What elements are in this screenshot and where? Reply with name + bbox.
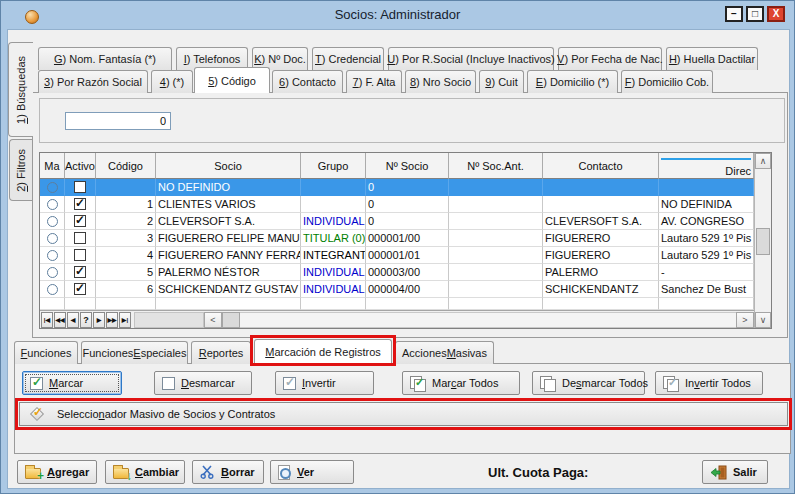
scroll-right-icon[interactable]: > — [736, 312, 754, 328]
grid-row[interactable]: 3 FIGUERERO FELIPE MANUE TITULAR (0) 000… — [40, 230, 754, 247]
cell-socio: CLIENTES VARIOS — [156, 196, 301, 213]
tab-cuit[interactable]: 9) Cuit — [479, 70, 524, 93]
nav-prev-button[interactable]: ◀ — [67, 312, 79, 328]
grid-row[interactable]: 4 FIGUERERO FANNY FERRA INTEGRANT 000001… — [40, 247, 754, 264]
cell-direccion: NO DEFINIDA — [659, 196, 754, 213]
cell-nro-socio: 0 — [366, 179, 449, 196]
tab-funciones[interactable]: Funciones — [14, 341, 78, 364]
scroll-left-icon[interactable]: < — [204, 312, 222, 328]
nav-next-page-button[interactable]: ▶▶ — [106, 312, 118, 328]
cell-socio: FIGUERERO FELIPE MANUE — [156, 230, 301, 247]
nav-locate-button[interactable]: ? — [80, 312, 92, 328]
tab-marcacion-registros[interactable]: Marcación de Registros — [254, 339, 392, 364]
record-radio[interactable] — [47, 250, 58, 261]
borrar-label: Borrar — [221, 466, 255, 478]
tab-domicilio[interactable]: E) Domicilio (*) — [527, 70, 618, 93]
tab-4-asterisco[interactable]: 4) (*) — [151, 70, 193, 93]
nav-first-button[interactable]: |◀ — [41, 312, 53, 328]
cambiar-button[interactable]: ↓ Cambiar — [105, 460, 185, 484]
cell-codigo: 4 — [96, 247, 156, 264]
grid-row[interactable]: 6 SCHICKENDANTZ GUSTAV INDIVIDUAL 000004… — [40, 281, 754, 298]
header-grupo[interactable]: Grupo — [301, 153, 366, 179]
cell-activo — [65, 247, 96, 264]
tab-fecha-nac[interactable]: V) Por Fecha de Nac. — [558, 47, 662, 70]
salir-button[interactable]: Salir — [702, 460, 768, 484]
invertir-button[interactable]: Invertir — [275, 371, 374, 395]
grid-row[interactable]: 5 PALERMO NÉSTOR INDIVIDUAL 000003/00 PA… — [40, 264, 754, 281]
title-bar: Socios: Administrador − □ X — [1, 1, 794, 29]
tab-reportes[interactable]: Reportes — [191, 341, 251, 364]
record-radio[interactable] — [47, 284, 58, 295]
header-direccion[interactable]: Direc — [659, 153, 754, 179]
maximize-button[interactable]: □ — [746, 6, 764, 22]
marcar-button[interactable]: Marcar — [22, 371, 122, 395]
tab-rsocial-inactivos[interactable]: U) Por R.Social (Incluye Inactivos) — [388, 47, 554, 70]
tab-f-alta[interactable]: 7) F. Alta — [346, 70, 402, 93]
cell-direccion: Lautaro 529 1º Pis — [659, 230, 754, 247]
codigo-search-input[interactable] — [65, 112, 171, 130]
activo-checkbox[interactable] — [74, 266, 86, 278]
tab-huella-dactilar[interactable]: H) Huella Dactilar — [666, 47, 758, 70]
cell-grupo — [301, 179, 366, 196]
tab-filtros[interactable]: 2) Filtros — [9, 139, 32, 201]
tab-nro-socio[interactable]: 8) Nro Socio — [405, 70, 476, 93]
nav-prev-page-button[interactable]: ◀◀ — [54, 312, 66, 328]
cell-direccion: Lautaro 529 1º Pis — [659, 247, 754, 264]
tab-busquedas[interactable]: 1) Búsquedas — [8, 42, 33, 137]
close-button[interactable]: X — [767, 6, 785, 22]
header-codigo[interactable]: Código — [96, 153, 156, 179]
grid-vertical-scrollbar[interactable]: ∧ ∨ — [754, 153, 771, 328]
activo-checkbox[interactable] — [74, 215, 86, 227]
record-radio[interactable] — [47, 199, 58, 210]
invertir-todos-button[interactable]: Invertir Todos — [655, 371, 763, 395]
grid-row[interactable]: 2 CLEVERSOFT S.A. INDIVIDUAL 0 CLEVERSOF… — [40, 213, 754, 230]
tab-codigo[interactable]: 5) Código — [194, 67, 270, 93]
record-radio[interactable] — [47, 267, 58, 278]
marcar-todos-button[interactable]: Marcar Todos — [402, 371, 520, 395]
header-nro-soc-ant[interactable]: Nº Soc.Ant. — [449, 153, 543, 179]
activo-checkbox[interactable] — [74, 283, 86, 295]
borrar-button[interactable]: Borrar — [192, 460, 264, 484]
record-radio[interactable] — [47, 182, 58, 193]
scroll-up-icon[interactable]: ∧ — [755, 153, 771, 169]
tab-credencial[interactable]: T) Credencial — [312, 47, 384, 70]
seleccionador-masivo-button[interactable]: ✓ Seleccionador Masivo de Socios y Contr… — [19, 402, 788, 426]
activo-checkbox[interactable] — [74, 198, 86, 210]
activo-checkbox[interactable] — [74, 181, 86, 193]
horizontal-scroll-thumb[interactable] — [222, 312, 240, 328]
tab-busquedas-label: 1) Búsquedas — [15, 56, 27, 124]
tab-funciones-especiales[interactable]: Funciones Especiales — [81, 341, 188, 364]
minimize-button[interactable]: − — [725, 6, 743, 22]
tab-razon-social[interactable]: 3) Por Razón Social — [38, 70, 148, 93]
socios-grid: Ma Activo Código Socio Grupo Nº Socio Nº… — [39, 152, 772, 329]
header-marca[interactable]: Ma — [40, 153, 65, 179]
vertical-scroll-thumb[interactable] — [756, 228, 770, 255]
desmarcar-button[interactable]: Desmarcar — [154, 371, 252, 395]
nav-last-button[interactable]: ▶| — [119, 312, 131, 328]
activo-checkbox[interactable] — [74, 232, 86, 244]
header-nro-socio[interactable]: Nº Socio — [366, 153, 449, 179]
agregar-button[interactable]: + Agregar — [17, 460, 97, 484]
record-radio[interactable] — [47, 216, 58, 227]
header-socio[interactable]: Socio — [156, 153, 301, 179]
horizontal-scroll-track[interactable] — [240, 312, 736, 328]
record-radio[interactable] — [47, 233, 58, 244]
nav-next-button[interactable]: ▶ — [93, 312, 105, 328]
cell-marca — [40, 264, 65, 281]
grid-row[interactable]: NO DEFINIDO 0 — [40, 179, 754, 196]
tab-domicilio-cob[interactable]: F) Domicilio Cob. — [621, 70, 713, 93]
grid-row[interactable]: 1 CLIENTES VARIOS 0 NO DEFINIDA — [40, 196, 754, 213]
header-contacto[interactable]: Contacto — [543, 153, 659, 179]
cell-nro-soc-ant — [449, 196, 543, 213]
cell-socio: FIGUERERO FANNY FERRA — [156, 247, 301, 264]
header-activo[interactable]: Activo — [65, 153, 96, 179]
tab-contacto[interactable]: 6) Contacto — [272, 70, 343, 93]
scroll-down-icon[interactable]: ∨ — [755, 312, 771, 328]
activo-checkbox[interactable] — [74, 249, 86, 261]
ver-button[interactable]: Ver — [270, 460, 354, 484]
cell-marca — [40, 179, 65, 196]
cell-socio: NO DEFINIDO — [156, 179, 301, 196]
tab-nom-fantasia[interactable]: G) Nom. Fantasía (*) — [38, 47, 172, 70]
desmarcar-todos-button[interactable]: Desmarcar Todos — [532, 371, 645, 395]
tab-acciones-masivas[interactable]: Acciones Masivas — [395, 341, 494, 364]
